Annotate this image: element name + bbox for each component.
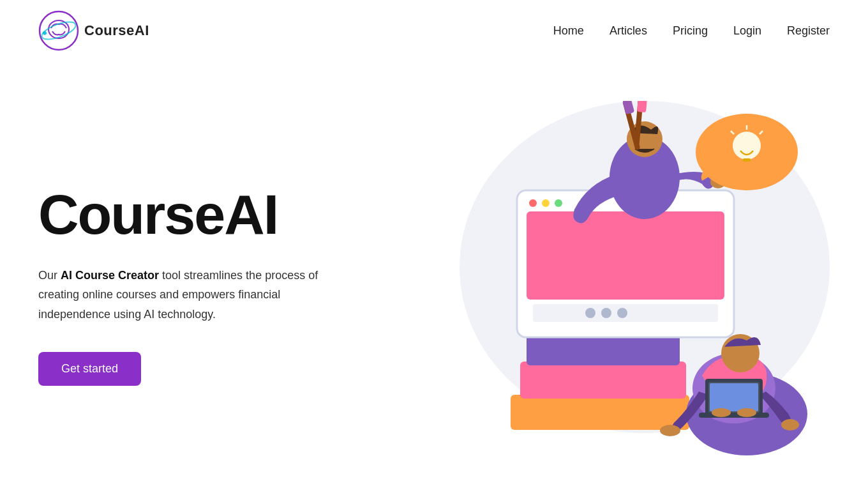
description-bold: AI Course Creator <box>61 269 159 282</box>
hero-section: CourseAI Our AI Course Creator tool stre… <box>0 61 868 485</box>
hero-content: CourseAI Our AI Course Creator tool stre… <box>38 174 357 386</box>
svg-rect-36 <box>710 383 758 411</box>
svg-point-1 <box>49 20 69 38</box>
svg-point-20 <box>733 132 761 160</box>
get-started-button[interactable]: Get started <box>38 352 141 386</box>
svg-point-10 <box>555 199 562 207</box>
svg-rect-28 <box>637 101 647 112</box>
svg-point-9 <box>542 199 550 207</box>
svg-rect-4 <box>511 395 689 430</box>
svg-rect-21 <box>743 158 751 162</box>
svg-rect-5 <box>520 362 686 399</box>
nav-pricing[interactable]: Pricing <box>673 24 708 38</box>
nav-register[interactable]: Register <box>787 24 830 38</box>
hero-description: Our AI Course Creator tool streamlines t… <box>38 266 345 324</box>
logo-icon <box>38 10 79 51</box>
main-nav: Home Articles Pricing Login Register <box>553 24 830 38</box>
svg-point-32 <box>781 419 799 431</box>
svg-point-3 <box>42 31 47 36</box>
svg-point-39 <box>737 408 756 417</box>
nav-articles[interactable]: Articles <box>610 24 647 38</box>
svg-point-8 <box>529 199 537 207</box>
svg-point-14 <box>617 308 627 318</box>
svg-rect-15 <box>527 211 724 300</box>
svg-point-38 <box>712 408 731 417</box>
svg-point-12 <box>585 308 595 318</box>
svg-point-31 <box>660 425 680 436</box>
logo[interactable]: CourseAI <box>38 10 149 51</box>
description-prefix: Our <box>38 269 61 282</box>
nav-login[interactable]: Login <box>733 24 761 38</box>
svg-point-2 <box>40 19 77 43</box>
svg-rect-37 <box>699 413 769 418</box>
site-header: CourseAI Home Articles Pricing Login Reg… <box>0 0 868 61</box>
logo-text: CourseAI <box>84 22 149 39</box>
svg-rect-26 <box>622 101 634 114</box>
svg-point-13 <box>601 308 611 318</box>
nav-home[interactable]: Home <box>553 24 584 38</box>
hero-title: CourseAI <box>38 187 357 243</box>
hero-illustration <box>434 101 830 459</box>
hero-svg <box>434 101 830 459</box>
